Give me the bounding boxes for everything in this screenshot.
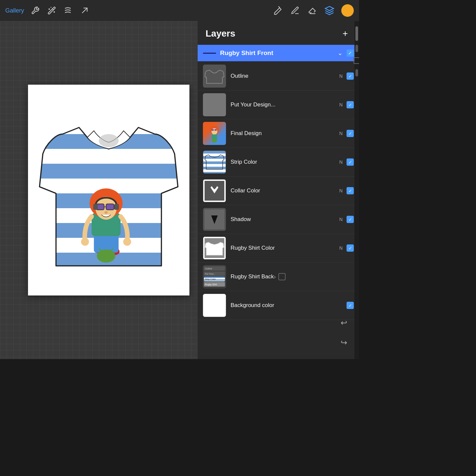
layer-mode-collar-color: N [339,188,343,193]
layer-checkbox-background-color[interactable]: ✓ [347,302,354,309]
active-group-checkbox[interactable]: ✓ [347,49,354,57]
redo-button[interactable]: ↪ [337,336,350,349]
layer-name-rugby-shirt-color: Rugby Shirt Color [231,245,275,251]
pen-tool[interactable] [290,5,300,16]
arrow-tool[interactable] [79,5,90,16]
layer-mode-strip-color: N [339,159,343,165]
right-handle-bar [354,21,359,359]
svg-rect-4 [36,164,181,179]
layer-item-background-color[interactable]: Background color ✓ [198,291,359,320]
layer-thumbnail-rugby-shirt-color [203,237,226,260]
magic-wand-tool[interactable] [46,5,57,16]
handle-top [355,26,358,41]
shirt-illustration [36,95,181,286]
smudge-tool[interactable] [63,5,73,16]
svg-point-15 [81,238,89,246]
layers-title: Layers [206,28,235,39]
undo-redo-area: ↩ ↪ [337,316,350,349]
handle-mid-top [355,45,358,52]
layer-item-outline[interactable]: Outline N ✓ [198,62,359,91]
layers-panel: Layers + Rugby Shirt Front ⌄ ✓ Outline N… [198,21,359,359]
brush-tool[interactable] [273,5,283,16]
chevron-down-icon: ⌄ [338,49,343,57]
layer-name-background-color: Background color [231,302,274,309]
layer-mode-final-design: N [339,131,343,136]
layer-item-strip-color[interactable]: Strip Color N ✓ [198,148,359,177]
canvas-content [28,85,189,295]
handle-mid-bottom [355,69,358,76]
wrench-tool[interactable] [30,5,41,16]
svg-point-31 [212,139,217,143]
layer-mode-put-your-design: N [339,102,343,107]
layer-checkbox-shadow[interactable]: ✓ [347,216,354,223]
svg-line-0 [82,8,87,13]
layer-item-rugby-shirt-color[interactable]: Rugby Shirt Color N ✓ [198,234,359,263]
active-group-name: Rugby Shirt Front [220,49,338,57]
color-picker[interactable] [341,4,354,17]
svg-rect-28 [211,129,214,131]
layer-item-shadow[interactable]: Shadow N ✓ [198,205,359,234]
layer-checkbox-final-design[interactable]: ✓ [347,130,354,137]
handle-square [353,57,359,64]
svg-point-25 [97,249,115,263]
layer-checkbox-outline[interactable]: ✓ [347,72,354,80]
layer-name-strip-color: Strip Color [231,159,257,165]
layers-list: Outline N ✓ Put Your Design... N ✓ [198,62,359,359]
layer-name-put-your-design: Put Your Design... [231,101,275,108]
svg-point-16 [123,238,131,246]
layer-item-put-your-design[interactable]: Put Your Design... N ✓ [198,91,359,119]
add-layer-button[interactable]: + [339,28,351,40]
svg-rect-22 [93,204,98,210]
layer-thumbnail-rugby-shirt-back: Outline Put Your... Strip Color Rugby Sh… [203,265,226,288]
layer-checkbox-put-your-design[interactable]: ✓ [347,101,354,108]
group-line-indicator [203,53,216,54]
svg-point-24 [104,211,108,214]
layer-group-rugby-shirt-back[interactable]: Outline Put Your... Strip Color Rugby Sh… [198,263,359,291]
svg-rect-8 [36,149,181,164]
eraser-tool[interactable] [307,5,318,16]
toolbar-left: Gallery [5,5,90,16]
layer-name-outline: Outline [231,73,248,79]
canvas-area [0,21,217,359]
layer-checkbox-strip-color[interactable]: ✓ [347,158,354,166]
svg-marker-1 [325,7,334,11]
toolbar: Gallery [0,0,359,21]
svg-point-10 [99,134,119,147]
layer-thumbnail-outline [203,65,226,88]
layer-mode-shadow: N [339,217,343,222]
layer-thumbnail-shadow [203,208,226,231]
toolbar-right [273,4,354,17]
gallery-button[interactable]: Gallery [5,7,24,14]
svg-rect-20 [106,204,114,210]
group-checkbox-rugby-shirt-back[interactable] [278,273,286,280]
layers-tool[interactable] [324,5,335,16]
group-name-rugby-shirt-back: Rugby Shirt Back [231,273,274,280]
chevron-right-icon: › [274,273,276,280]
layer-checkbox-collar-color[interactable]: ✓ [347,187,354,194]
layer-thumbnail-background-color [203,294,226,317]
layer-item-collar-color[interactable]: Collar Color N ✓ [198,177,359,205]
svg-rect-23 [114,204,119,210]
layer-checkbox-rugby-shirt-color[interactable]: ✓ [347,244,354,252]
layer-name-final-design: Final Design [231,130,262,137]
layer-thumbnail-final-design [203,122,226,145]
layers-header: Layers + [198,21,359,45]
layer-thumbnail-put-your-design [203,93,226,116]
layer-mode-rugby-shirt-color: N [339,245,343,251]
layer-mode-outline: N [339,73,343,79]
layer-name-collar-color: Collar Color [231,187,260,194]
layer-name-shadow: Shadow [231,216,251,223]
layer-thumbnail-strip-color [203,151,226,174]
layer-item-final-design[interactable]: Final Design N ✓ [198,119,359,148]
layer-thumbnail-collar-color [203,179,226,202]
active-group-rugby-shirt-front[interactable]: Rugby Shirt Front ⌄ ✓ [198,45,359,61]
svg-rect-29 [214,129,217,131]
undo-button[interactable]: ↩ [337,316,350,329]
